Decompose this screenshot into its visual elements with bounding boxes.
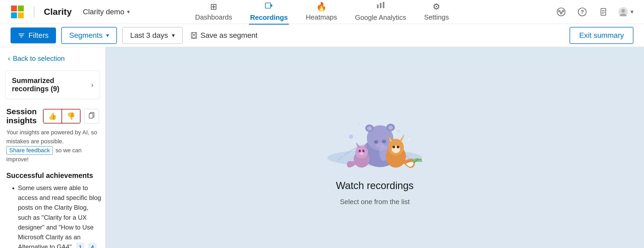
back-chevron-icon: ‹ [8,54,10,63]
svg-rect-30 [89,113,93,118]
project-selector[interactable]: Clarity demo ▾ [83,8,130,16]
watch-recordings-title: Watch recordings [336,180,414,191]
svg-line-13 [560,11,561,13]
right-panel: Watch recordings Select one from the lis… [106,47,644,248]
summarized-recordings-label: Summarized recordings (9) [12,77,91,93]
svg-point-61 [359,152,364,155]
copy-button[interactable] [84,109,99,123]
tab-dashboards-label: Dashboards [195,13,232,21]
svg-marker-5 [271,4,273,7]
tab-recordings-label: Recordings [250,13,288,22]
thumbs-up-button[interactable]: 👍 [44,109,62,123]
ai-disclaimer: Your insights are powered by AI, so mist… [6,128,99,164]
share-feedback-link[interactable]: Share feedback [6,146,53,155]
svg-rect-26 [191,33,197,38]
svg-point-64 [342,154,344,156]
tab-settings-label: Settings [424,13,449,21]
ai-disclaimer-text: Your insights are powered by AI, so mist… [6,129,97,145]
svg-point-34 [358,122,360,125]
svg-point-59 [359,150,361,152]
date-range-label: Last 3 days [130,31,168,40]
tab-dashboards[interactable]: ⊞ Dashboards [194,0,233,24]
thumbs-up-icon: 👍 [48,112,57,120]
filters-label: Filters [29,31,49,40]
svg-point-9 [557,8,565,16]
recordings-icon [265,1,273,12]
dashboards-icon: ⊞ [210,2,217,12]
google-analytics-icon [376,1,385,12]
svg-text:?: ? [581,9,584,15]
save-segment-label: Save as segment [201,31,258,40]
svg-rect-0 [11,6,17,11]
svg-point-32 [349,135,353,139]
achievements-heading: Successful achievements [6,172,99,180]
list-item: Some users were able to access and read … [18,183,102,248]
nav-actions: ? ▾ [555,5,633,19]
svg-point-41 [374,140,378,144]
svg-rect-1 [18,6,24,11]
svg-rect-6 [377,4,378,8]
tag-badge-4[interactable]: 4 [88,243,96,248]
tab-heatmaps[interactable]: 🔥 Heatmaps [305,0,338,24]
svg-point-62 [352,141,355,143]
help-icon-btn[interactable]: ? [576,5,589,19]
segments-label: Segments [69,31,102,40]
summarized-recordings-row[interactable]: Summarized recordings (9) › [5,71,100,99]
tag-badge-1[interactable]: 1 [76,243,84,248]
back-to-selection-link[interactable]: ‹ Back to selection [0,47,105,68]
achievements-list: Some users were able to access and read … [4,183,102,248]
thumbs-down-icon: 👎 [67,112,75,120]
brand-divider [34,7,34,17]
nav-tabs: ⊞ Dashboards Recordings 🔥 Heatmaps Googl… [194,0,450,25]
summarized-chevron-icon: › [91,81,93,89]
microsoft-logo [11,5,24,19]
svg-point-63 [408,138,410,140]
date-range-button[interactable]: Last 3 days ▾ [122,27,182,44]
tab-google-analytics[interactable]: Google Analytics [354,0,407,25]
back-label: Back to selection [13,54,65,63]
svg-point-39 [367,126,372,131]
svg-point-54 [397,146,399,148]
segments-chevron-icon: ▾ [106,32,109,39]
svg-rect-3 [18,12,24,18]
brand-name: Clarity [44,7,72,17]
project-name: Clarity demo [83,8,124,16]
thumb-group: 👍 👎 [43,109,80,123]
svg-point-53 [392,146,395,148]
exit-summary-button[interactable]: Exit summary [570,27,633,44]
avatar-btn[interactable]: ▾ [618,7,633,17]
share-feedback-label: Share feedback [9,147,50,154]
insights-actions: 👍 👎 [43,109,99,123]
svg-rect-28 [192,36,196,38]
svg-point-42 [382,140,386,143]
copy-icon [88,112,95,120]
document-icon-btn[interactable] [597,5,610,19]
svg-point-40 [388,126,393,130]
toolbar: Filters Segments ▾ Last 3 days ▾ Save as… [0,24,644,47]
exit-summary-label: Exit summary [579,31,624,39]
svg-point-22 [621,9,625,13]
tab-settings[interactable]: ⚙ Settings [423,0,450,24]
save-segment-button[interactable]: Save as segment [191,31,258,40]
tab-recordings[interactable]: Recordings [249,0,289,25]
filters-button[interactable]: Filters [11,27,56,43]
svg-rect-7 [380,3,381,8]
svg-rect-27 [193,33,195,35]
nav-brand: Clarity Clarity demo ▾ [11,5,130,19]
svg-point-60 [362,150,364,152]
tab-google-analytics-label: Google Analytics [355,13,406,22]
share-icon-btn[interactable] [555,5,568,19]
session-insights-section: Session insights 👍 👎 [0,102,105,166]
sidebar: ‹ Back to selection Summarized recording… [0,47,106,248]
svg-rect-8 [383,2,384,8]
settings-icon: ⚙ [433,2,440,12]
segments-button[interactable]: Segments ▾ [61,27,117,44]
project-chevron-icon: ▾ [127,8,130,15]
date-chevron-icon: ▾ [172,32,175,39]
heatmaps-icon: 🔥 [316,2,327,12]
watch-recordings-illustration [317,89,433,174]
svg-rect-2 [11,12,17,18]
thumbs-down-button[interactable]: 👎 [62,109,80,123]
bullet-text-1: Some users were able to access and read … [18,184,101,248]
session-insights-title: Session insights [6,107,43,125]
